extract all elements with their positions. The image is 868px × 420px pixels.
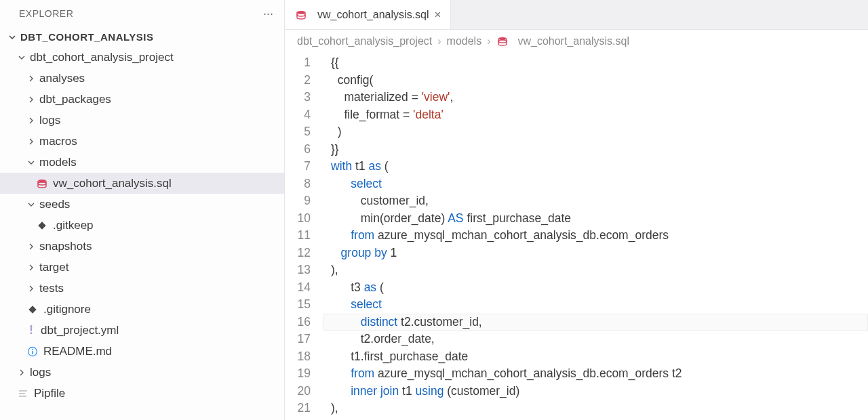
line-number: 19: [285, 365, 311, 383]
breadcrumb-label: models: [447, 35, 482, 47]
tree-item-label: dbt_cohort_analysis_project: [30, 51, 174, 64]
more-actions-icon[interactable]: ···: [263, 7, 273, 20]
line-number: 17: [285, 331, 311, 348]
line-number: 8: [285, 175, 311, 193]
tree-file[interactable]: !dbt_project.yml: [0, 320, 284, 341]
code-line[interactable]: t2.order_date,: [323, 331, 868, 348]
breadcrumb-label: dbt_cohort_analysis_project: [297, 35, 432, 47]
line-number: 9: [285, 192, 311, 210]
line-number: 6: [285, 141, 311, 159]
tree-file[interactable]: .gitignore: [0, 299, 284, 320]
code-line[interactable]: customer_id,: [323, 192, 868, 210]
line-number: 10: [285, 210, 311, 228]
line-number: 11: [285, 227, 311, 245]
tree-item-label: .gitkeep: [53, 219, 94, 232]
code-line[interactable]: inner join t1 using (customer_id): [323, 383, 868, 400]
code-line[interactable]: ): [323, 123, 868, 141]
code-line[interactable]: from azure_mysql_mchan_cohort_analysis_d…: [323, 365, 868, 383]
diamond-icon: [26, 303, 39, 316]
line-gutter: 123456789101112131415161718192021: [285, 53, 323, 420]
tree-folder[interactable]: seeds: [0, 194, 284, 215]
chevron-right-icon: ›: [487, 35, 490, 47]
tree-folder[interactable]: tests: [0, 278, 284, 299]
tree-item-label: snapshots: [39, 240, 92, 253]
code-line[interactable]: config(: [323, 72, 868, 89]
breadcrumb: dbt_cohort_analysis_project›models›vw_co…: [285, 30, 868, 53]
code-line[interactable]: from azure_mysql_mchan_cohort_analysis_d…: [323, 227, 868, 245]
line-number: 4: [285, 106, 311, 124]
line-number: 2: [285, 72, 311, 89]
tab-filename: vw_cohort_analysis.sql: [317, 9, 429, 21]
code-line[interactable]: file_format = 'delta': [323, 106, 868, 124]
tree-file[interactable]: .gitkeep: [0, 215, 284, 236]
tree-folder[interactable]: models: [0, 152, 284, 173]
tree-folder[interactable]: macros: [0, 131, 284, 152]
tree-folder[interactable]: target: [0, 257, 284, 278]
svg-rect-3: [28, 306, 36, 313]
chevron-down-icon: [7, 32, 18, 43]
code-content[interactable]: {{ config( materialized = 'view', file_f…: [323, 53, 868, 420]
editor-pane: vw_cohort_analysis.sql × dbt_cohort_anal…: [285, 0, 868, 420]
explorer-sidebar: EXPLORER ··· DBT_COHORT_ANALYSIS dbt_coh…: [0, 0, 285, 420]
line-number: 7: [285, 158, 311, 175]
svg-rect-6: [32, 351, 33, 354]
code-line[interactable]: ),: [323, 261, 868, 279]
breadcrumb-item[interactable]: vw_cohort_analysis.sql: [496, 35, 629, 48]
code-line[interactable]: with t1 as (: [323, 158, 868, 175]
code-line[interactable]: ),: [323, 400, 868, 417]
tree-item-label: vw_cohort_analysis.sql: [53, 177, 172, 190]
tree-item-label: README.md: [43, 345, 112, 358]
database-icon: [294, 8, 308, 22]
code-line[interactable]: materialized = 'view',: [323, 89, 868, 106]
tree-file[interactable]: Pipfile: [0, 383, 284, 404]
tree-item-label: .gitignore: [43, 303, 91, 316]
breadcrumb-item[interactable]: models: [447, 35, 482, 47]
tree-folder[interactable]: dbt_cohort_analysis_project: [0, 47, 284, 68]
chevron-right-icon: [16, 367, 27, 378]
svg-point-13: [498, 40, 507, 43]
line-number: 5: [285, 123, 311, 141]
code-line[interactable]: t3 as (: [323, 279, 868, 297]
tab-active[interactable]: vw_cohort_analysis.sql ×: [285, 0, 451, 29]
tree-folder[interactable]: analyses: [0, 68, 284, 89]
text-file-icon: [16, 387, 30, 400]
chevron-right-icon: [26, 115, 37, 126]
tree-item-label: Pipfile: [34, 387, 65, 400]
code-line[interactable]: group by 1: [323, 245, 868, 262]
line-number: 13: [285, 261, 311, 279]
chevron-right-icon: [26, 262, 37, 273]
tree-folder[interactable]: logs: [0, 362, 284, 383]
tree-folder[interactable]: logs: [0, 110, 284, 131]
code-line[interactable]: {{: [323, 54, 868, 72]
tree-item-label: tests: [39, 282, 64, 295]
chevron-right-icon: [26, 283, 37, 294]
line-number: 21: [285, 400, 311, 417]
workspace-header[interactable]: DBT_COHORT_ANALYSIS: [0, 27, 284, 47]
tab-bar: vw_cohort_analysis.sql ×: [285, 0, 868, 30]
code-line[interactable]: }}: [323, 141, 868, 159]
chevron-down-icon: [16, 52, 27, 63]
file-tree: dbt_cohort_analysis_projectanalysesdbt_p…: [0, 47, 284, 404]
line-number: 18: [285, 348, 311, 366]
chevron-right-icon: [26, 94, 37, 105]
explorer-header: EXPLORER ···: [0, 0, 284, 27]
workspace-name: DBT_COHORT_ANALYSIS: [20, 31, 153, 43]
close-icon[interactable]: ×: [435, 8, 441, 22]
tree-file[interactable]: README.md: [0, 341, 284, 362]
code-line[interactable]: distinct t2.customer_id,: [323, 314, 868, 331]
line-number: 1: [285, 54, 311, 72]
chevron-right-icon: [26, 136, 37, 147]
tree-folder[interactable]: dbt_packages: [0, 89, 284, 110]
line-number: 20: [285, 383, 311, 400]
code-line[interactable]: t1.first_purchase_date: [323, 348, 868, 366]
info-icon: [26, 345, 39, 358]
code-line[interactable]: select: [323, 175, 868, 193]
code-editor[interactable]: 123456789101112131415161718192021 {{ con…: [285, 53, 868, 420]
breadcrumb-item[interactable]: dbt_cohort_analysis_project: [297, 35, 432, 47]
tree-item-label: seeds: [39, 198, 70, 211]
database-icon: [35, 177, 49, 190]
code-line[interactable]: select: [323, 296, 868, 314]
tree-folder[interactable]: snapshots: [0, 236, 284, 257]
code-line[interactable]: min(order_date) AS first_purchase_date: [323, 210, 868, 228]
tree-file[interactable]: vw_cohort_analysis.sql: [0, 173, 284, 194]
